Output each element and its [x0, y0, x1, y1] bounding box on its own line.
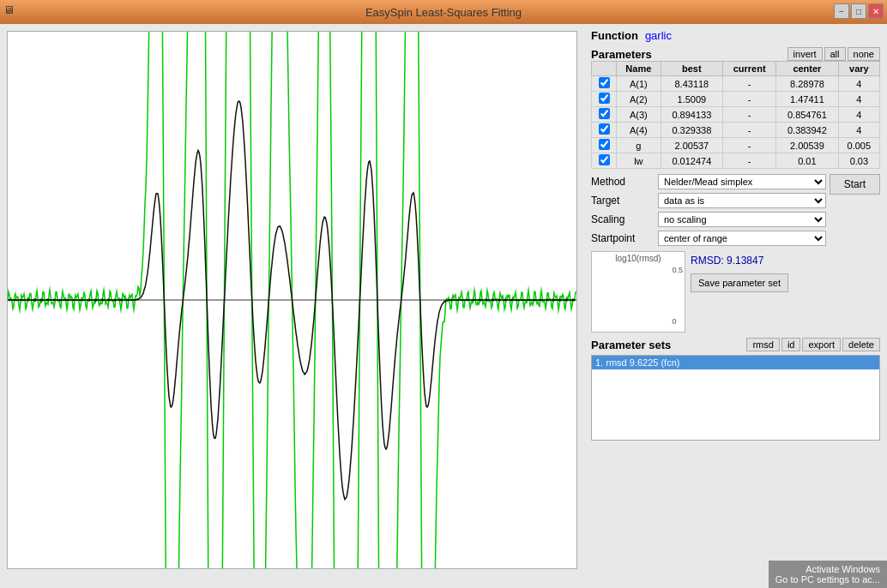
- param-sets-buttons: rmsd id export delete: [746, 338, 880, 351]
- row-best: 0.329338: [661, 123, 723, 138]
- title-bar-buttons: − □ ✕: [834, 3, 884, 19]
- plot-area: [7, 31, 577, 569]
- row-vary: 4: [838, 76, 879, 92]
- minimize-button[interactable]: −: [834, 3, 849, 19]
- target-select[interactable]: data as is: [658, 193, 826, 208]
- row-current: -: [723, 76, 776, 92]
- activate-windows: Activate Windows Go to PC settings to ac…: [769, 561, 887, 588]
- table-row: A(1) 8.43118 - 8.28978 4: [592, 76, 880, 92]
- save-parameter-set-button[interactable]: Save parameter set: [691, 273, 788, 292]
- row-current: -: [723, 107, 776, 123]
- invert-button[interactable]: invert: [787, 47, 823, 61]
- row-vary: 0.03: [838, 153, 879, 169]
- col-header-vary: vary: [838, 62, 879, 76]
- row-best: 2.00537: [661, 138, 723, 153]
- row-center: 8.28978: [776, 76, 839, 92]
- row-vary: 4: [838, 123, 879, 138]
- row-best: 8.43118: [661, 76, 723, 92]
- row-checkbox[interactable]: [599, 139, 610, 150]
- row-best: 1.5009: [661, 92, 723, 107]
- right-panel: Function garlic Parameters invert all no…: [584, 24, 887, 588]
- col-header-best: best: [661, 62, 723, 76]
- row-checkbox-cell[interactable]: [592, 76, 617, 92]
- table-row: g 2.00537 - 2.00539 0.005: [592, 138, 880, 153]
- parameters-section: Parameters invert all none Name best cur…: [591, 47, 880, 169]
- row-center: 2.00539: [776, 138, 839, 153]
- row-center: 1.47411: [776, 92, 839, 107]
- method-row: Method Nelder/Mead simplex: [591, 174, 826, 189]
- col-header-center: center: [776, 62, 839, 76]
- parameters-table: Name best current center vary A(1) 8.431…: [591, 61, 880, 169]
- rmsd-value: RMSD: 9.13847: [691, 255, 788, 267]
- export-button[interactable]: export: [802, 338, 841, 351]
- row-checkbox[interactable]: [599, 123, 610, 135]
- rmsd-y-labels: 0.5 0: [672, 266, 683, 326]
- row-vary: 0.005: [838, 138, 879, 153]
- col-header-name: [592, 62, 617, 76]
- method-label: Method: [591, 176, 653, 188]
- rmsd-right: RMSD: 9.13847 Save parameter set: [691, 251, 788, 292]
- startpoint-row: Startpoint center of range: [591, 231, 826, 246]
- list-item[interactable]: 1. rmsd 9.6225 (fcn): [592, 356, 879, 369]
- start-button[interactable]: Start: [830, 174, 880, 195]
- row-checkbox-cell[interactable]: [592, 138, 617, 153]
- rmsd-y-high: 0.5: [672, 266, 683, 274]
- startpoint-select[interactable]: center of range: [658, 231, 826, 246]
- scaling-select[interactable]: no scaling: [658, 212, 826, 227]
- close-button[interactable]: ✕: [868, 3, 884, 19]
- table-row: A(4) 0.329338 - 0.383942 4: [592, 123, 880, 138]
- startpoint-label: Startpoint: [591, 232, 653, 244]
- row-checkbox-cell[interactable]: [592, 107, 617, 123]
- row-name: A(4): [617, 123, 661, 138]
- table-row: A(2) 1.5009 - 1.47411 4: [592, 92, 880, 107]
- table-row: A(3) 0.894133 - 0.854761 4: [592, 107, 880, 123]
- row-name: A(2): [617, 92, 661, 107]
- row-name: A(3): [617, 107, 661, 123]
- activate-line1: Activate Windows: [775, 564, 880, 574]
- plot-canvas: [8, 32, 576, 568]
- param-sets-header: Parameter sets rmsd id export delete: [591, 338, 880, 351]
- maximize-button[interactable]: □: [851, 3, 866, 19]
- row-current: -: [723, 123, 776, 138]
- row-current: -: [723, 138, 776, 153]
- parameters-label: Parameters: [591, 48, 652, 61]
- row-checkbox[interactable]: [599, 93, 610, 104]
- row-best: 0.012474: [661, 153, 723, 169]
- method-select[interactable]: Nelder/Mead simplex: [658, 174, 826, 189]
- method-select-row: Method Nelder/Mead simplex Target data a…: [591, 174, 880, 246]
- row-name: A(1): [617, 76, 661, 92]
- scaling-row: Scaling no scaling: [591, 212, 826, 227]
- row-name: lw: [617, 153, 661, 169]
- id-sort-button[interactable]: id: [781, 338, 801, 351]
- target-label: Target: [591, 195, 653, 207]
- scaling-label: Scaling: [591, 213, 653, 225]
- row-checkbox-cell[interactable]: [592, 153, 617, 169]
- row-checkbox-cell[interactable]: [592, 123, 617, 138]
- row-center: 0.01: [776, 153, 839, 169]
- row-checkbox[interactable]: [599, 77, 610, 88]
- target-row: Target data as is: [591, 193, 826, 208]
- function-label: Function: [591, 29, 638, 42]
- row-vary: 4: [838, 92, 879, 107]
- row-checkbox-cell[interactable]: [592, 92, 617, 107]
- row-checkbox[interactable]: [599, 154, 610, 165]
- params-buttons: invert all none: [787, 47, 880, 61]
- row-center: 0.854761: [776, 107, 839, 123]
- activate-line2: Go to PC settings to ac...: [775, 574, 880, 585]
- row-center: 0.383942: [776, 123, 839, 138]
- param-sets-list[interactable]: 1. rmsd 9.6225 (fcn): [591, 355, 880, 441]
- main-container: Function garlic Parameters invert all no…: [0, 24, 887, 588]
- row-checkbox[interactable]: [599, 108, 610, 119]
- col-header-current: current: [723, 62, 776, 76]
- none-button[interactable]: none: [848, 47, 880, 61]
- title-bar: 🖥 EasySpin Least-Squares Fitting − □ ✕: [0, 0, 887, 24]
- function-row: Function garlic: [591, 29, 880, 42]
- rmsd-sort-button[interactable]: rmsd: [746, 338, 779, 351]
- delete-button[interactable]: delete: [842, 338, 880, 351]
- row-current: -: [723, 153, 776, 169]
- all-button[interactable]: all: [824, 47, 846, 61]
- rmsd-y-low: 0: [672, 317, 683, 326]
- param-sets-label: Parameter sets: [591, 339, 671, 351]
- rmsd-section: log10(rmsd) 0.5 0 RMSD: 9.13847 Save par…: [591, 251, 880, 333]
- method-section: Method Nelder/Mead simplex Target data a…: [591, 174, 880, 246]
